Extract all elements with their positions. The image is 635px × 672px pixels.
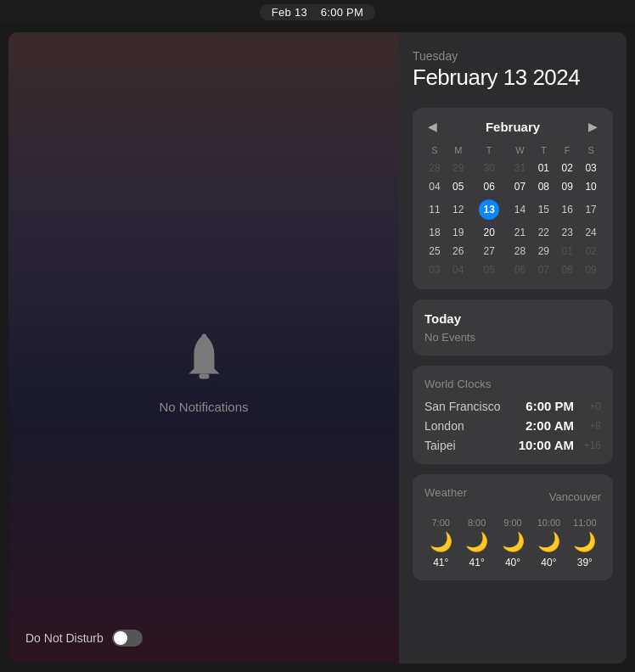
dnd-toggle[interactable]	[112, 630, 143, 647]
date-display: Feb 13	[272, 6, 307, 19]
calendar-day[interactable]: 04	[423, 177, 447, 196]
calendar-day[interactable]: 18	[423, 223, 447, 242]
clock-row: San Francisco 6:00 PM +0	[424, 399, 601, 413]
calendar-day[interactable]: 11	[423, 196, 447, 223]
weather-hour-time: 8:00	[468, 518, 486, 528]
next-month-button[interactable]: ▶	[583, 118, 603, 135]
top-bar: Feb 13 6:00 PM	[0, 0, 635, 24]
calendar-day[interactable]: 17	[579, 196, 603, 223]
calendar-day[interactable]: 05	[447, 177, 470, 196]
calendar-day[interactable]: 21	[509, 223, 532, 242]
date-header: Tuesday February 13 2024	[413, 46, 613, 98]
clock-city: London	[424, 419, 525, 433]
weather-moon-icon: 🌙	[430, 531, 452, 553]
calendar-day[interactable]: 03	[579, 159, 603, 177]
calendar-week-row: 18192021222324	[423, 223, 603, 242]
calendar-day[interactable]: 15	[531, 196, 555, 223]
calendar-day[interactable]: 31	[509, 159, 532, 177]
clock-time: 10:00 AM	[519, 438, 574, 452]
clocks-title: World Clocks	[424, 378, 601, 390]
calendar-day[interactable]: 22	[531, 223, 555, 242]
calendar-day[interactable]: 06	[509, 260, 532, 279]
calendar-day[interactable]: 30	[470, 159, 509, 177]
weather-widget: Weather Vancouver 7:00 🌙 41° 8:00 🌙 41° …	[413, 474, 613, 580]
calendar-day[interactable]: 28	[509, 242, 532, 260]
datetime-display: Feb 13 6:00 PM	[260, 4, 375, 20]
clock-offset: +0	[581, 400, 601, 412]
calendar-day[interactable]: 26	[447, 242, 470, 260]
calendar-day-header: F	[555, 142, 579, 159]
calendar-day[interactable]: 13	[470, 196, 509, 223]
clock-city: Taipei	[424, 439, 519, 452]
calendar-day[interactable]: 05	[470, 260, 509, 279]
calendar-day[interactable]: 02	[555, 159, 579, 177]
calendar-day[interactable]: 23	[555, 223, 579, 242]
calendar-day[interactable]: 28	[423, 159, 447, 177]
calendar-day[interactable]: 04	[447, 260, 470, 279]
date-full-label: February 13 2024	[413, 64, 613, 91]
weather-header: Weather Vancouver	[424, 486, 601, 507]
calendar-day[interactable]: 29	[531, 242, 555, 260]
main-container: No Notifications Do Not Disturb Tuesday …	[8, 32, 627, 664]
weather-temp: 41°	[469, 557, 485, 568]
calendar-day[interactable]: 08	[531, 177, 555, 196]
calendar-day[interactable]: 03	[423, 260, 447, 279]
clocks-list: San Francisco 6:00 PM +0 London 2:00 AM …	[424, 399, 601, 452]
time-display: 6:00 PM	[321, 6, 364, 19]
weather-hour: 10:00 🌙 40°	[532, 518, 565, 568]
calendar-week-row: 03040506070809	[423, 260, 603, 279]
calendar-day-header: T	[470, 142, 509, 159]
calendar-day[interactable]: 20	[470, 223, 509, 242]
calendar-widget: ◀ February ▶ SMTWTFS 2829303101020304050…	[413, 108, 613, 289]
weather-hour-time: 10:00	[537, 518, 561, 528]
calendar-day[interactable]: 01	[555, 242, 579, 260]
calendar-day[interactable]: 06	[470, 177, 509, 196]
clock-offset: +16	[581, 440, 601, 451]
prev-month-button[interactable]: ◀	[423, 118, 442, 135]
calendar-day[interactable]: 19	[447, 223, 470, 242]
weather-hour: 11:00 🌙 39°	[569, 518, 601, 568]
svg-point-1	[201, 334, 206, 339]
calendar-day[interactable]: 07	[509, 177, 532, 196]
calendar-day[interactable]: 07	[531, 260, 555, 279]
calendar-day[interactable]: 25	[423, 242, 447, 260]
calendar-day[interactable]: 29	[447, 159, 470, 177]
do-not-disturb-row: Do Not Disturb	[25, 630, 382, 647]
right-panel: Tuesday February 13 2024 ◀ February ▶ SM…	[399, 32, 627, 664]
today-title: Today	[424, 311, 601, 326]
calendar-day[interactable]: 27	[470, 242, 509, 260]
calendar-day[interactable]: 16	[555, 196, 579, 223]
svg-rect-0	[199, 374, 209, 379]
calendar-day[interactable]: 09	[555, 177, 579, 196]
calendar-day[interactable]: 12	[447, 196, 470, 223]
calendar-day[interactable]: 24	[579, 223, 603, 242]
weather-moon-icon: 🌙	[465, 531, 488, 553]
weather-moon-icon: 🌙	[537, 531, 560, 553]
calendar-day-header: M	[447, 142, 470, 159]
weather-moon-icon: 🌙	[502, 531, 525, 553]
weather-hour: 7:00 🌙 41°	[424, 518, 457, 568]
calendar-week-row: 11121314151617	[423, 196, 603, 223]
calendar-day[interactable]: 01	[531, 159, 555, 177]
calendar-body: 2829303101020304050607080910111213141516…	[423, 159, 603, 279]
weather-moon-icon: 🌙	[573, 531, 596, 553]
weather-hour-time: 9:00	[503, 518, 521, 528]
notification-area: No Notifications	[159, 332, 248, 414]
clock-offset: +8	[581, 420, 601, 432]
calendar-week-row: 25262728290102	[423, 242, 603, 260]
calendar-day[interactable]: 08	[555, 260, 579, 279]
bell-icon	[178, 332, 229, 389]
left-panel: No Notifications Do Not Disturb	[8, 32, 399, 664]
weather-hour: 8:00 🌙 41°	[460, 518, 492, 568]
weather-hour-time: 7:00	[431, 518, 449, 528]
calendar-day[interactable]: 09	[579, 260, 603, 279]
calendar-day[interactable]: 14	[509, 196, 532, 223]
clock-row: Taipei 10:00 AM +16	[424, 438, 601, 452]
weather-temp: 40°	[505, 557, 520, 568]
calendar-day[interactable]: 10	[579, 177, 603, 196]
calendar-grid: SMTWTFS 28293031010203040506070809101112…	[423, 142, 603, 279]
calendar-month-label: February	[486, 120, 540, 134]
calendar-day[interactable]: 02	[579, 242, 603, 260]
calendar-day-header: S	[423, 142, 447, 159]
calendar-day-header: S	[579, 142, 603, 159]
